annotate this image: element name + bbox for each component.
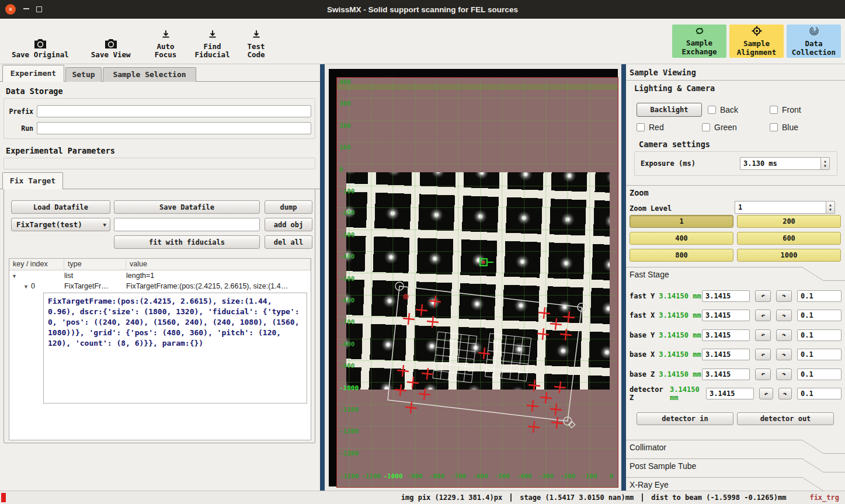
zoom-preset-button-1[interactable]: 1 <box>630 215 733 228</box>
zoom-preset-button-400[interactable]: 400 <box>630 232 733 245</box>
nudge-down-icon[interactable]: ↷ <box>776 290 792 302</box>
axis-step-input[interactable] <box>797 329 841 341</box>
fit-with-fiducials-button[interactable]: fit with fiducials <box>114 235 260 249</box>
col-value: value <box>126 259 311 270</box>
add-obj-button[interactable]: add obj <box>265 218 312 231</box>
save-datafile-button[interactable]: Save Datafile <box>114 200 260 214</box>
data-collection-button[interactable]: Data Collection <box>787 25 841 58</box>
axis-step-input[interactable] <box>797 349 841 360</box>
nudge-down-icon[interactable]: ↷ <box>778 388 792 399</box>
section-x-ray-eye[interactable]: X-Ray Eye <box>630 480 669 489</box>
nudge-up-icon[interactable]: ↶ <box>755 349 771 360</box>
tab-fix-target[interactable]: Fix Target <box>2 172 63 189</box>
fast-stage-row: base X3.14150 mm↶↷ <box>630 345 841 365</box>
prefix-label: Prefix <box>8 107 33 116</box>
checkbox-red[interactable]: Red <box>637 123 664 132</box>
load-datafile-button[interactable]: Load Datafile <box>11 200 110 214</box>
run-input[interactable] <box>37 122 311 134</box>
axis-step-input[interactable] <box>797 310 841 321</box>
axis-step-input[interactable] <box>797 290 841 302</box>
axis-target-input[interactable] <box>702 369 750 380</box>
save-view-button[interactable]: Save View <box>86 23 135 60</box>
nudge-down-icon[interactable]: ↷ <box>776 349 792 360</box>
section-collimator[interactable]: Collimator <box>630 443 666 452</box>
statusbar-readouts: img pix (1229.1 381.4)px stage (1.5417 3… <box>401 493 839 502</box>
checkbox-front[interactable]: Front <box>770 105 801 114</box>
sample-exchange-button[interactable]: Sample Exchange <box>672 25 726 58</box>
nudge-down-icon[interactable]: ↷ <box>776 310 792 321</box>
axis-label: fast Y <box>630 292 655 300</box>
backlight-button[interactable]: Backlight <box>637 103 702 117</box>
prefix-input[interactable] <box>37 105 311 117</box>
expand-icon[interactable]: ▼ <box>12 273 17 279</box>
download-icon <box>208 27 217 43</box>
checkbox-green[interactable]: Green <box>702 123 737 132</box>
section-post-sample-tube[interactable]: Post Sample Tube <box>630 461 696 471</box>
del-all-button[interactable]: del all <box>265 235 312 249</box>
axis-step-input[interactable] <box>797 388 841 399</box>
nudge-up-icon[interactable]: ↶ <box>755 369 771 380</box>
checkbox-box <box>770 106 778 114</box>
zoom-preset-button-200[interactable]: 200 <box>737 215 841 228</box>
camera-viewport[interactable]: 4003002001000-100-200-300-400-500-600-70… <box>336 77 618 488</box>
camera-icon <box>104 36 118 51</box>
find-fiducial-button[interactable]: Find Fiducial <box>189 23 236 60</box>
axis-target-input[interactable] <box>702 290 750 302</box>
table-row[interactable]: ▼ list length=1 <box>9 270 311 281</box>
detector-in-button[interactable]: detector in <box>637 412 733 425</box>
object-name-input[interactable] <box>114 218 260 231</box>
axis-target-input[interactable] <box>702 329 750 341</box>
checkbox-box <box>702 123 710 131</box>
object-tree-table: key / index type value ▼ list length=1 ▼… <box>9 258 311 440</box>
fast-stage-title[interactable]: Fast Stage <box>630 270 669 279</box>
tab-setup[interactable]: Setup <box>65 67 102 82</box>
mode-readout: fix_trg <box>809 493 839 502</box>
maximize-button-icon[interactable] <box>36 6 42 12</box>
frame-detail-text[interactable]: FixTargetFrame:(pos:(2.4215, 2.6615), si… <box>43 293 307 404</box>
expand-icon[interactable]: ▼ <box>23 284 29 290</box>
tab-sample-selection[interactable]: Sample Selection <box>103 67 196 82</box>
zoom-level-input[interactable] <box>735 201 826 214</box>
axis-label: fast X <box>630 311 655 319</box>
zoom-preset-button-800[interactable]: 800 <box>630 249 733 262</box>
close-button-icon[interactable]: ✕ <box>5 4 16 15</box>
detector-out-button[interactable]: detector out <box>737 412 834 425</box>
dump-button[interactable]: dump <box>265 200 312 214</box>
axis-step-input[interactable] <box>797 369 841 380</box>
axis-target-input[interactable] <box>706 388 754 399</box>
checkbox-label: Red <box>649 123 664 132</box>
camera-image <box>346 172 610 390</box>
nudge-up-icon[interactable]: ↶ <box>755 290 771 302</box>
nudge-down-icon[interactable]: ↷ <box>776 369 792 380</box>
save-original-button[interactable]: Save Original <box>7 23 74 60</box>
fixtarget-combobox[interactable]: FixTarget(test) ▼ <box>11 218 110 231</box>
application-window: ✕ SwissMX - Solid support scanning for F… <box>0 0 845 504</box>
minimize-button-icon[interactable] <box>23 8 29 9</box>
axis-label: base Z <box>630 370 655 378</box>
test-code-button[interactable]: Test Code <box>239 23 273 60</box>
zoom-preset-button-1000[interactable]: 1000 <box>737 249 841 262</box>
plot-area[interactable]: 4003002001000-100-200-300-400-500-600-70… <box>337 78 618 487</box>
nudge-up-icon[interactable]: ↶ <box>759 388 773 399</box>
sample-alignment-button[interactable]: Sample Alignment <box>729 25 784 58</box>
spin-arrows-icon[interactable]: ▲▼ <box>820 157 830 170</box>
mode-button-label: Sample Alignment <box>731 39 783 57</box>
spin-arrows-icon[interactable]: ▲▼ <box>826 201 835 214</box>
camera-settings-title: Camera settings <box>639 140 710 149</box>
auto-focus-button[interactable]: Auto Focus <box>147 23 185 60</box>
nudge-down-icon[interactable]: ↷ <box>776 329 792 341</box>
axis-target-input[interactable] <box>702 310 750 321</box>
exposure-input[interactable] <box>740 157 820 170</box>
x-tick-label: -1200 <box>340 472 359 480</box>
axis-target-input[interactable] <box>702 349 750 360</box>
nudge-up-icon[interactable]: ↶ <box>755 310 771 321</box>
table-row[interactable]: ▼0 FixTargetFr… FixTargetFrame:(pos:(2.4… <box>9 281 311 291</box>
zoom-preset-button-600[interactable]: 600 <box>737 232 841 245</box>
tab-experiment[interactable]: Experiment <box>2 65 64 82</box>
y-tick-label: -1200 <box>339 427 359 435</box>
checkbox-back[interactable]: Back <box>708 105 738 114</box>
splitter-right[interactable] <box>621 64 626 491</box>
checkbox-blue[interactable]: Blue <box>770 123 798 132</box>
nudge-up-icon[interactable]: ↶ <box>755 329 771 341</box>
splitter-left[interactable] <box>320 64 325 491</box>
